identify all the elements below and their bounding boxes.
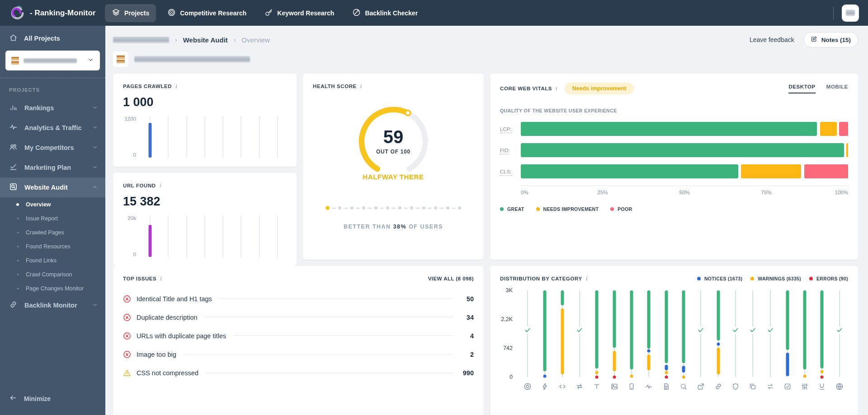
gridline xyxy=(186,215,187,257)
sidebar-subitem-found-resources[interactable]: Found Resources xyxy=(0,239,105,253)
dots-connector xyxy=(404,208,408,209)
sidebar-subitem-page-changes-monitor[interactable]: Page Changes Monitor xyxy=(0,281,105,295)
mini-chart-slot xyxy=(196,215,214,257)
status-badge: Needs improvement xyxy=(565,83,634,94)
legend-item[interactable]: NOTICES (1673) xyxy=(697,276,742,281)
sidebar-item-analytics-traffic[interactable]: Analytics & Traffic xyxy=(0,118,105,138)
column-plot xyxy=(627,290,636,377)
sidebar-subitem-overview[interactable]: Overview xyxy=(0,197,105,211)
sidebar-item-backlink-monitor[interactable]: Backlink Monitor xyxy=(0,295,105,315)
info-icon[interactable]: i xyxy=(175,83,177,90)
column-plot xyxy=(576,290,584,377)
sidebar-subitem-crawl-comparison[interactable]: Crawl Comparison xyxy=(0,267,105,281)
avatar[interactable] xyxy=(842,5,859,22)
check-icon xyxy=(698,328,703,332)
sidebar-item-marketing-plan[interactable]: Marketing Plan xyxy=(0,158,105,177)
chevron-down-icon xyxy=(92,144,98,150)
issue-count: 2 xyxy=(460,351,474,358)
nav-item-competitive-research[interactable]: Competitive Research xyxy=(160,4,253,22)
image-icon xyxy=(610,382,618,391)
tab-desktop[interactable]: DESKTOP xyxy=(788,84,815,93)
progress-dot xyxy=(446,206,449,210)
sidebar-item-website-audit[interactable]: Website Audit xyxy=(0,177,105,197)
dot-yellow xyxy=(821,370,824,373)
breadcrumb-project-blurred[interactable] xyxy=(113,37,169,43)
breadcrumb-separator: › xyxy=(234,36,236,43)
category-icon xyxy=(749,382,757,392)
legend-item[interactable]: POOR xyxy=(610,206,632,212)
issue-row[interactable]: URLs with duplicate page titles4 xyxy=(123,326,474,345)
progress-dot xyxy=(386,206,389,210)
search-doc-icon xyxy=(9,182,18,191)
info-icon[interactable]: i xyxy=(360,83,362,90)
issue-row[interactable]: Duplicate description34 xyxy=(123,308,474,326)
progress-dot xyxy=(458,206,461,210)
project-favicon xyxy=(11,57,19,65)
issue-row[interactable]: Identical Title and H1 tags50 xyxy=(123,289,474,308)
sidebar-item-my-competitors[interactable]: My Competitors xyxy=(0,138,105,158)
check-icon xyxy=(733,328,738,332)
nav-item-keyword-research[interactable]: Keyword Research xyxy=(258,4,341,22)
minimize-button[interactable]: Minimize xyxy=(0,389,105,408)
cwv-metric-text[interactable]: LCP: xyxy=(500,126,512,133)
progress-dot xyxy=(362,206,365,210)
project-selector[interactable] xyxy=(5,51,100,70)
issue-severity-error xyxy=(123,295,131,303)
sidebar-item-all-projects[interactable]: All Projects xyxy=(0,26,105,50)
health-gauge: 59 OUT OF 100 xyxy=(354,103,432,180)
sidebar-subitem-found-links[interactable]: Found Links xyxy=(0,253,105,267)
plot-area xyxy=(141,215,287,257)
header-actions: Leave feedback Notes (15) xyxy=(750,32,858,47)
chevron-down-icon xyxy=(92,164,98,170)
url-found-value: 15 382 xyxy=(123,195,287,209)
issue-row[interactable]: Image too big2 xyxy=(123,345,474,364)
segment-green xyxy=(543,290,547,371)
view-all-link[interactable]: VIEW ALL (8 098) xyxy=(428,276,474,281)
sidebar-item-rankings[interactable]: Rankings xyxy=(0,98,105,118)
nav-item-projects[interactable]: Projects xyxy=(105,4,156,22)
issue-row[interactable]: CSS not compressed990 xyxy=(123,364,474,382)
tab-mobile[interactable]: MOBILE xyxy=(826,84,848,93)
compass-icon xyxy=(352,8,361,17)
chevron-down-icon xyxy=(87,56,94,63)
page-head: › Website Audit › Overview Leave feedbac… xyxy=(113,32,858,47)
cwv-bars: LCP:FID:CLS: xyxy=(500,122,848,178)
sidebar-section-projects: PROJECTS xyxy=(0,78,105,98)
segment-green xyxy=(561,290,564,305)
progress-dot xyxy=(434,206,437,210)
column-plot xyxy=(558,290,566,377)
gridline xyxy=(168,215,169,257)
breadcrumb-website-audit[interactable]: Website Audit xyxy=(183,36,228,44)
nav-item-backlink-checker[interactable]: Backlink Checker xyxy=(345,4,425,22)
legend-item[interactable]: ERRORS (90) xyxy=(809,276,848,281)
info-icon[interactable]: i xyxy=(160,275,162,282)
sidebar-subitem-issue-report[interactable]: Issue Report xyxy=(0,211,105,225)
cwv-metric-label: CLS: xyxy=(500,169,521,174)
legend-label: ERRORS (90) xyxy=(816,276,848,281)
legend-item[interactable]: GREAT xyxy=(500,206,524,212)
category-column-globe xyxy=(831,290,848,392)
leader-line xyxy=(206,373,453,373)
info-icon[interactable]: i xyxy=(586,275,588,282)
info-icon[interactable]: i xyxy=(556,85,557,92)
cwv-metric-label: FID: xyxy=(500,148,521,153)
leave-feedback-link[interactable]: Leave feedback xyxy=(750,36,794,43)
legend-item[interactable]: WARNINGS (6335) xyxy=(750,276,801,281)
resolved-check xyxy=(750,326,756,334)
cwv-metric-text[interactable]: CLS: xyxy=(500,169,512,176)
sidebar-subitem-crawled-pages[interactable]: Crawled Pages xyxy=(0,225,105,239)
cwv-metric-text[interactable]: FID: xyxy=(500,148,510,154)
dots-connector xyxy=(428,208,432,209)
info-icon[interactable]: i xyxy=(160,182,161,189)
issue-label: Duplicate description xyxy=(137,314,198,321)
dots-connector xyxy=(368,208,372,209)
y-tick-max: 1200 xyxy=(124,116,136,121)
sliders-icon xyxy=(801,382,809,391)
notes-button[interactable]: Notes (15) xyxy=(803,32,858,47)
cwv-segment-needs xyxy=(820,122,836,136)
pulse-icon xyxy=(645,382,653,391)
nav-item-label: Keyword Research xyxy=(277,9,334,17)
dot-yellow xyxy=(595,371,599,374)
gridline xyxy=(259,215,260,257)
legend-item[interactable]: NEEDS IMPROVEMENT xyxy=(536,206,599,212)
